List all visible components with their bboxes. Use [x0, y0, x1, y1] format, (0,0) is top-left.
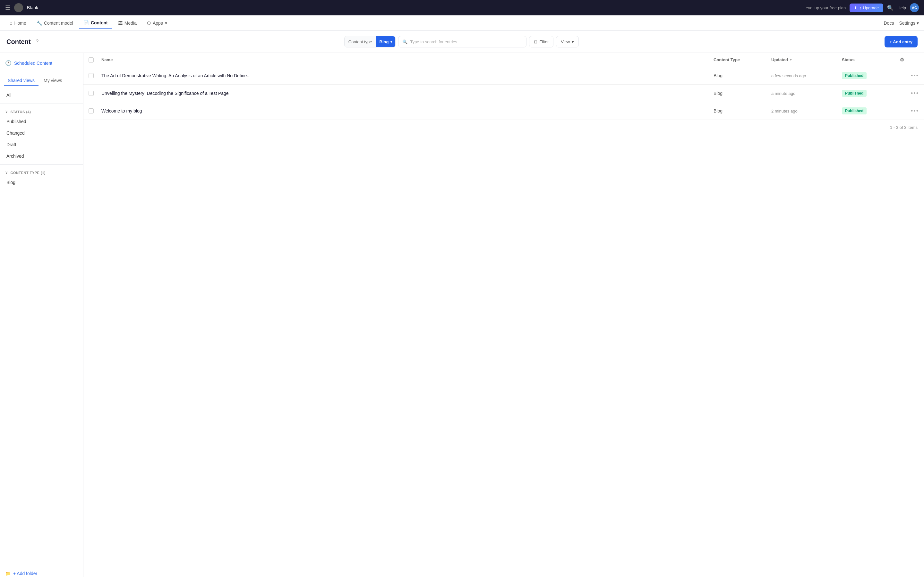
view-button[interactable]: View ▾ [556, 36, 579, 47]
search-icon[interactable]: 🔍 [887, 5, 893, 11]
wrench-icon: 🔧 [37, 21, 42, 26]
add-folder-button[interactable]: 📁 + Add folder [5, 571, 78, 576]
pagination: 1 - 3 of 3 items [83, 120, 924, 135]
sort-icon: ▼ [789, 58, 792, 61]
page-title: Content [6, 38, 31, 45]
pagination-text: 1 - 3 of 3 items [890, 125, 918, 130]
help-link[interactable]: Help [897, 5, 906, 10]
media-icon: 🖼 [118, 21, 123, 26]
upgrade-text: Level up your free plan [803, 5, 846, 10]
sidebar-item-all[interactable]: All [0, 89, 83, 101]
content-area: Name Content Type Updated ▼ Status ⚙ The… [83, 53, 924, 577]
filter-label: Content type [344, 36, 376, 47]
row3-updated: 2 minutes ago [771, 109, 842, 113]
filter-button[interactable]: ⊟ Filter [529, 36, 553, 47]
hamburger-icon[interactable]: ☰ [5, 4, 10, 11]
nav-item-content-model[interactable]: 🔧 Content model [32, 18, 78, 28]
search-bar[interactable]: 🔍 Type to search for entries [398, 36, 527, 47]
search-bar-icon: 🔍 [402, 39, 407, 44]
row2-name: Unveiling the Mystery: Decoding the Sign… [102, 91, 714, 96]
row3-status: Published [842, 107, 900, 114]
sidebar-item-draft[interactable]: Draft [0, 139, 83, 150]
content-type-section-header[interactable]: ∨ CONTENT TYPE (1) [0, 167, 83, 177]
row2-content-type: Blog [714, 91, 771, 96]
sidebar-divider [0, 72, 83, 72]
help-circle-icon[interactable]: ? [36, 39, 39, 45]
tab-my-views[interactable]: My views [40, 76, 66, 85]
row3-more-button[interactable]: ••• [900, 108, 919, 114]
sidebar-item-changed[interactable]: Changed [0, 127, 83, 139]
row1-checkbox[interactable] [89, 73, 102, 78]
row2-checkbox[interactable] [89, 91, 102, 96]
row2-more-button[interactable]: ••• [900, 90, 919, 97]
header-checkbox [89, 57, 102, 63]
table-row[interactable]: The Art of Demonstrative Writing: An Ana… [83, 67, 924, 85]
sidebar-item-published[interactable]: Published [0, 116, 83, 127]
workspace-badge [14, 3, 23, 12]
row1-status: Published [842, 72, 900, 79]
view-chevron-icon: ▾ [572, 39, 574, 44]
table-settings-gear-icon[interactable]: ⚙ [900, 57, 904, 63]
sidebar-item-blog[interactable]: Blog [0, 177, 83, 188]
row2-updated: a minute ago [771, 91, 842, 96]
sidebar-tabs: Shared views My views [0, 75, 83, 87]
filter-value[interactable]: Blog ▾ [376, 36, 396, 47]
status-chevron-icon: ∨ [5, 110, 8, 114]
row3-checkbox[interactable] [89, 108, 102, 113]
tab-shared-views[interactable]: Shared views [4, 76, 39, 85]
home-icon: ⌂ [10, 21, 12, 26]
apps-icon: ⬡ [147, 21, 151, 26]
content-type-filter[interactable]: Content type Blog ▾ [344, 36, 396, 47]
nav-item-home[interactable]: ⌂ Home [5, 18, 31, 28]
table-header: Name Content Type Updated ▼ Status ⚙ [83, 53, 924, 67]
header-updated[interactable]: Updated ▼ [771, 57, 842, 62]
add-entry-button[interactable]: + Add entry [885, 36, 918, 47]
settings-chevron-icon: ▾ [917, 21, 919, 26]
row1-updated: a few seconds ago [771, 73, 842, 78]
header-name: Name [102, 57, 714, 62]
table-row[interactable]: Unveiling the Mystery: Decoding the Sign… [83, 85, 924, 102]
row3-status-badge: Published [842, 107, 867, 114]
row1-more-button[interactable]: ••• [900, 73, 919, 79]
table-row[interactable]: Welcome to my blog Blog 2 minutes ago Pu… [83, 102, 924, 120]
sidebar-divider-3 [0, 164, 83, 165]
nav-item-content[interactable]: 📄 Content [79, 18, 112, 29]
sidebar-divider-2 [0, 103, 83, 104]
docs-link[interactable]: Docs [884, 21, 894, 26]
row1-status-badge: Published [842, 72, 867, 79]
row2-status-badge: Published [842, 90, 867, 97]
header-content-type: Content Type [714, 57, 771, 62]
main-layout: 🕐 Scheduled Content Shared views My view… [0, 53, 924, 577]
nav-item-apps[interactable]: ⬡ Apps ▾ [142, 18, 172, 28]
sidebar-item-archived[interactable]: Archived [0, 150, 83, 162]
filter-chevron-icon: ▾ [391, 40, 392, 44]
row3-content-type: Blog [714, 108, 771, 113]
header-status: Status [842, 57, 900, 62]
content-icon: 📄 [83, 20, 89, 25]
avatar[interactable]: AC [910, 3, 919, 12]
sidebar: 🕐 Scheduled Content Shared views My view… [0, 53, 83, 577]
select-all-checkbox[interactable] [89, 57, 94, 63]
settings-link[interactable]: Settings ▾ [899, 21, 919, 26]
upgrade-arrow-icon: ⬆ [854, 5, 858, 10]
apps-chevron-icon: ▾ [165, 21, 167, 26]
folder-plus-icon: 📁 [5, 571, 11, 576]
filter-btn-icon: ⊟ [534, 39, 537, 44]
top-nav: ☰ Blank Level up your free plan ⬆ ↑ Upgr… [0, 0, 924, 15]
nav-item-media[interactable]: 🖼 Media [113, 18, 141, 28]
workspace-name[interactable]: Blank [27, 5, 38, 10]
row2-status: Published [842, 90, 900, 97]
scheduled-content-link[interactable]: 🕐 Scheduled Content [0, 57, 83, 69]
page-header: Content ? Content type Blog ▾ 🔍 Type to … [0, 31, 924, 53]
sidebar-bottom: 📁 + Add folder [0, 567, 83, 577]
row1-content-type: Blog [714, 73, 771, 78]
header-settings: ⚙ [900, 57, 919, 63]
clock-icon: 🕐 [5, 60, 11, 66]
secondary-nav: ⌂ Home 🔧 Content model 📄 Content 🖼 Media… [0, 15, 924, 31]
status-section-header[interactable]: ∨ STATUS (4) [0, 106, 83, 116]
upgrade-button[interactable]: ⬆ ↑ Upgrade [850, 3, 883, 12]
content-type-chevron-icon: ∨ [5, 171, 8, 175]
row1-name: The Art of Demonstrative Writing: An Ana… [102, 73, 714, 78]
row3-name: Welcome to my blog [102, 108, 714, 113]
